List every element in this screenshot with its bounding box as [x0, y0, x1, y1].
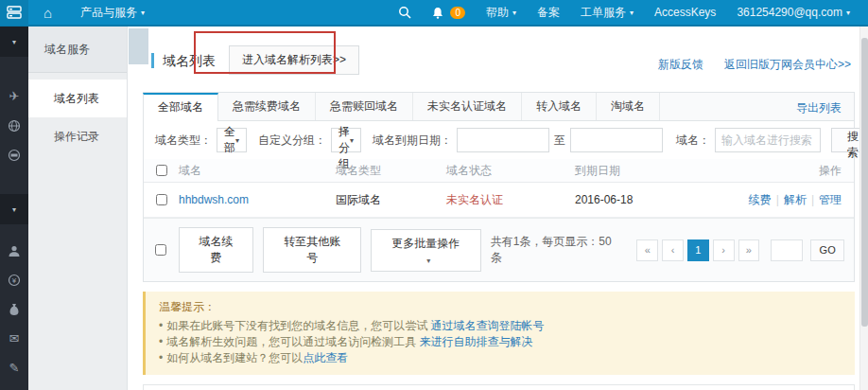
page-jump-input[interactable] — [771, 239, 803, 261]
search-icon — [398, 6, 411, 19]
domain-type-cell: 国际域名 — [336, 192, 446, 208]
tab-transfer-in[interactable]: 转入域名 — [522, 93, 597, 120]
batch-transfer-button[interactable]: 转至其他账号 — [263, 227, 360, 273]
beian-label: 备案 — [537, 5, 560, 21]
return-old-version-link[interactable]: 返回旧版万网会员中心>> — [724, 57, 851, 73]
goto-dns-list-button[interactable]: 进入域名解析列表>> — [229, 45, 359, 75]
notifications-button[interactable]: 0 — [422, 0, 476, 26]
manage-action-link[interactable]: 管理 — [819, 193, 842, 206]
export-list-link[interactable]: 导出列表 — [796, 100, 842, 116]
chevron-down-icon: ▾ — [235, 137, 239, 145]
last-page-button[interactable]: » — [738, 239, 760, 261]
domain-type-value: 全部 — [224, 124, 235, 156]
notice-item: •如果在此账号下没有找到您的域名信息，您可以尝试 通过域名查询登陆帐号 — [159, 318, 842, 334]
pagination: 共有1条，每页显示：50条 « ‹ 1 › » GO — [491, 234, 844, 266]
expire-date-end-input[interactable] — [570, 128, 663, 152]
domain-type-label: 域名类型： — [155, 133, 212, 149]
table-row: hhbdwsh.com 国际域名 未实名认证 2016-06-18 续费|解析|… — [144, 183, 854, 218]
funds-icon[interactable] — [0, 294, 28, 324]
action-separator: | — [811, 193, 814, 206]
rail-section-toggle[interactable]: ▾ — [0, 194, 28, 224]
new-version-feedback-link[interactable]: 新版反馈 — [658, 57, 703, 73]
prev-page-button[interactable]: ‹ — [662, 239, 684, 261]
tab-renewal-urgent[interactable]: 急需续费域名 — [218, 93, 316, 120]
sidebar-item-label: 操作记录 — [54, 129, 99, 145]
vertical-scrollbar[interactable] — [859, 27, 868, 390]
batch-select-checkbox[interactable] — [155, 244, 166, 256]
self-check-link[interactable]: 来进行自助排查与解决 — [420, 335, 533, 348]
sidebar-header: 域名服务 — [28, 27, 127, 73]
sidebar-item-label: 域名列表 — [54, 91, 99, 107]
view-here-link[interactable]: 点此查看 — [303, 351, 348, 364]
mail-icon[interactable]: ✉ — [0, 324, 28, 353]
notice-box: 温馨提示： •如果在此账号下没有找到您的域名信息，您可以尝试 通过域名查询登陆帐… — [143, 292, 855, 375]
ticket-menu[interactable]: 工单服务 ▾ — [570, 0, 644, 26]
billing-icon[interactable]: ¥ — [0, 265, 28, 294]
console-page: ⌂ 产品与服务 ▾ 0 帮助 ▾ — [0, 0, 868, 390]
domain-search-input[interactable] — [715, 128, 821, 152]
sidebar-item-domain-list[interactable]: 域名列表 — [28, 80, 127, 117]
notice-text: 如何从域名到建站？您可以 — [166, 351, 303, 364]
renew-action-link[interactable]: 续费 — [749, 193, 772, 206]
status-unverified-link[interactable]: 未实名认证 — [446, 193, 503, 206]
tab-tao-domain[interactable]: 淘域名 — [597, 93, 660, 120]
account-menu[interactable]: 361254290@qq.com ▾ — [726, 0, 860, 26]
col-actions: 操作 — [717, 163, 854, 179]
current-page-button[interactable]: 1 — [687, 239, 709, 261]
pencil-icon[interactable]: ✎ — [0, 353, 28, 382]
domain-icon[interactable] — [0, 111, 28, 140]
resolve-action-link[interactable]: 解析 — [784, 193, 807, 206]
action-separator: | — [776, 193, 779, 206]
batch-action-bar: 域名续费 转至其他账号 更多批量操作 ▾ 共有1条，每页显示：50条 « ‹ 1… — [144, 218, 854, 281]
sidebar-item-operation-log[interactable]: 操作记录 — [28, 117, 127, 155]
batch-more-dropdown[interactable]: 更多批量操作 ▾ — [371, 229, 481, 272]
tab-redeem-urgent[interactable]: 急需赎回域名 — [316, 93, 413, 120]
svg-text:¥: ¥ — [11, 276, 17, 285]
domain-link[interactable]: hhbdwsh.com — [179, 193, 249, 206]
go-button[interactable]: GO — [810, 239, 844, 261]
col-type: 域名类型 — [336, 163, 446, 179]
chevron-down-icon: ▾ — [630, 9, 634, 17]
chevron-down-icon: ▾ — [426, 257, 430, 265]
scrollbar-thumb[interactable] — [861, 38, 868, 327]
custom-group-select[interactable]: 选择分组 ▾ — [331, 128, 361, 152]
user-icon[interactable] — [0, 236, 28, 265]
products-menu[interactable]: 产品与服务 ▾ — [67, 0, 158, 26]
dns-icon[interactable] — [0, 140, 28, 169]
expire-date-start-input[interactable] — [457, 128, 549, 152]
select-all-checkbox[interactable] — [156, 165, 167, 176]
batch-renew-button[interactable]: 域名续费 — [179, 227, 254, 273]
domain-list-panel: 全部域名 急需续费域名 急需赎回域名 未实名认证域名 转入域名 淘域名 导出列表… — [143, 92, 855, 282]
query-account-link[interactable]: 通过域名查询登陆帐号 — [431, 319, 545, 332]
notice-title: 温馨提示： — [159, 299, 842, 315]
notice-text: 如果在此账号下没有找到您的域名信息，您可以尝试 — [166, 319, 430, 332]
notification-count-badge: 0 — [450, 7, 465, 19]
custom-group-label: 自定义分组： — [258, 133, 326, 149]
home-button[interactable]: ⌂ — [28, 0, 67, 26]
row-checkbox[interactable] — [156, 194, 167, 205]
brand-logo[interactable] — [0, 0, 28, 26]
help-menu[interactable]: 帮助 ▾ — [476, 0, 527, 26]
expire-date-cell: 2016-06-18 — [575, 193, 717, 206]
tab-unverified[interactable]: 未实名认证域名 — [413, 93, 522, 120]
first-page-button[interactable]: « — [636, 239, 658, 261]
help-label: 帮助 — [486, 5, 509, 21]
search-button[interactable] — [388, 0, 422, 26]
quickstart-icon[interactable]: ✈ — [0, 81, 28, 111]
chevron-down-icon: ▾ — [12, 38, 16, 46]
domain-type-select[interactable]: 全部 ▾ — [217, 128, 247, 152]
accesskeys-link[interactable]: AccessKeys — [644, 0, 726, 26]
rail-section-toggle[interactable]: ▾ — [0, 27, 28, 57]
bullet-icon: • — [159, 319, 163, 332]
tab-all-domains[interactable]: 全部域名 — [143, 93, 218, 121]
notice-item: •如何从域名到建站？您可以点此查看 — [159, 350, 842, 366]
shield-icon[interactable] — [0, 382, 28, 390]
col-status: 域名状态 — [446, 163, 575, 179]
chevron-down-icon: ▾ — [350, 137, 354, 145]
bell-icon — [432, 7, 443, 19]
next-page-button[interactable]: › — [713, 239, 735, 261]
beian-link[interactable]: 备案 — [527, 0, 570, 26]
chevron-down-icon: ▾ — [12, 205, 16, 214]
console-logo-icon — [7, 6, 22, 19]
products-menu-label: 产品与服务 — [80, 5, 137, 21]
